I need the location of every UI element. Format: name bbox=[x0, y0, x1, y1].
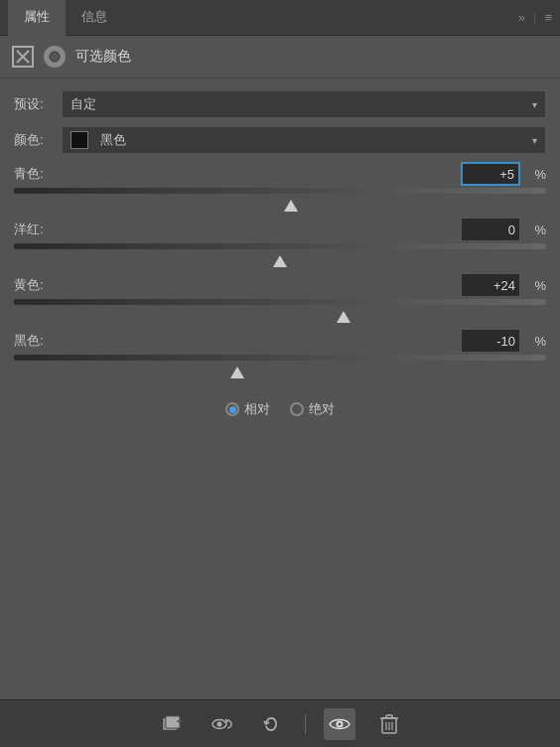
black-track-wrap bbox=[14, 355, 546, 367]
radio-group: 相对 绝对 bbox=[14, 384, 546, 426]
yellow-track-wrap bbox=[14, 299, 546, 311]
radio-absolute-label: 绝对 bbox=[309, 400, 335, 418]
preset-arrow: ▾ bbox=[532, 99, 537, 110]
cyan-input[interactable] bbox=[461, 162, 520, 186]
yellow-label: 黄色: bbox=[14, 276, 62, 294]
radio-relative[interactable]: 相对 bbox=[225, 400, 270, 418]
panel-title: 可选颜色 bbox=[75, 48, 131, 66]
yellow-section: 黄色: % bbox=[14, 273, 546, 325]
eye-loop-icon bbox=[210, 713, 233, 735]
menu-icon[interactable]: ≡ bbox=[544, 10, 552, 25]
cyan-row: 青色: % bbox=[14, 162, 546, 186]
cyan-thumb[interactable] bbox=[284, 200, 298, 212]
color-label: 颜色: bbox=[14, 131, 62, 149]
panel-content: 预设: 自定 ▾ 颜色: 黑色 ▾ 青色: % bbox=[0, 78, 560, 438]
color-row: 颜色: 黑色 ▾ bbox=[14, 126, 546, 154]
yellow-percent: % bbox=[524, 278, 546, 293]
black-input[interactable] bbox=[461, 329, 520, 353]
reset-button[interactable] bbox=[255, 708, 287, 740]
circle-fill-icon bbox=[49, 51, 61, 63]
radio-relative-inner bbox=[229, 406, 236, 413]
magenta-row: 洋红: % bbox=[14, 218, 546, 241]
radio-relative-label: 相对 bbox=[244, 400, 270, 418]
black-section: 黑色: % bbox=[14, 329, 546, 380]
cyan-label: 青色: bbox=[14, 165, 62, 183]
bottom-toolbar bbox=[0, 699, 560, 747]
yellow-track bbox=[14, 299, 546, 305]
color-value: 黑色 bbox=[100, 131, 126, 149]
preset-value: 自定 bbox=[70, 95, 96, 113]
tab-info[interactable]: 信息 bbox=[66, 0, 123, 36]
reset-icon bbox=[260, 713, 282, 735]
svg-point-8 bbox=[216, 721, 221, 726]
magenta-track-wrap bbox=[14, 243, 546, 255]
toolbar-divider bbox=[305, 714, 306, 734]
yellow-row: 黄色: % bbox=[14, 273, 546, 297]
trash-icon bbox=[379, 713, 399, 735]
black-track bbox=[14, 355, 546, 361]
cyan-percent: % bbox=[524, 167, 546, 182]
radio-absolute[interactable]: 绝对 bbox=[290, 400, 335, 418]
svg-rect-4 bbox=[166, 716, 180, 728]
magenta-section: 洋红: % bbox=[14, 218, 546, 269]
panel-header: 可选颜色 bbox=[0, 36, 560, 78]
magenta-input[interactable] bbox=[461, 218, 520, 241]
radio-absolute-outer bbox=[290, 402, 304, 416]
magenta-track bbox=[14, 243, 546, 249]
yellow-thumb-container bbox=[14, 311, 546, 325]
eye-button[interactable] bbox=[324, 708, 355, 740]
preset-row: 预设: 自定 ▾ bbox=[14, 90, 546, 118]
radio-relative-outer bbox=[225, 402, 239, 416]
tab-bar: 属性 信息 » | ≡ bbox=[0, 0, 560, 36]
circle-icon bbox=[44, 46, 66, 68]
color-arrow: ▾ bbox=[532, 135, 537, 146]
color-swatch bbox=[70, 131, 88, 149]
preset-label: 预设: bbox=[14, 95, 62, 113]
svg-point-2 bbox=[50, 52, 60, 62]
cyan-track bbox=[14, 188, 546, 194]
magenta-label: 洋红: bbox=[14, 221, 62, 238]
tab-properties[interactable]: 属性 bbox=[8, 0, 66, 36]
delete-button[interactable] bbox=[373, 708, 405, 740]
x-icon bbox=[12, 46, 34, 68]
black-thumb-container bbox=[14, 367, 546, 380]
eye-icon bbox=[329, 715, 350, 733]
color-dropdown[interactable]: 黑色 ▾ bbox=[62, 126, 546, 154]
visibility-button[interactable] bbox=[206, 708, 237, 740]
yellow-input[interactable] bbox=[461, 273, 520, 297]
black-row: 黑色: % bbox=[14, 329, 546, 353]
forward-icon[interactable]: » bbox=[518, 10, 525, 25]
add-layer-button[interactable] bbox=[156, 708, 188, 740]
cyan-track-wrap bbox=[14, 188, 546, 200]
black-label: 黑色: bbox=[14, 332, 62, 350]
add-layer-icon bbox=[161, 713, 183, 735]
preset-dropdown[interactable]: 自定 ▾ bbox=[62, 90, 546, 118]
black-percent: % bbox=[524, 334, 546, 349]
cyan-section: 青色: % bbox=[14, 162, 546, 214]
cross-icon bbox=[16, 50, 30, 64]
cyan-thumb-container bbox=[14, 200, 546, 214]
magenta-thumb[interactable] bbox=[273, 255, 287, 267]
magenta-thumb-container bbox=[14, 255, 546, 269]
magenta-percent: % bbox=[524, 223, 546, 237]
black-thumb[interactable] bbox=[230, 367, 244, 378]
tab-right-icons: » | ≡ bbox=[518, 10, 552, 25]
yellow-thumb[interactable] bbox=[337, 311, 350, 323]
svg-point-10 bbox=[338, 722, 341, 725]
